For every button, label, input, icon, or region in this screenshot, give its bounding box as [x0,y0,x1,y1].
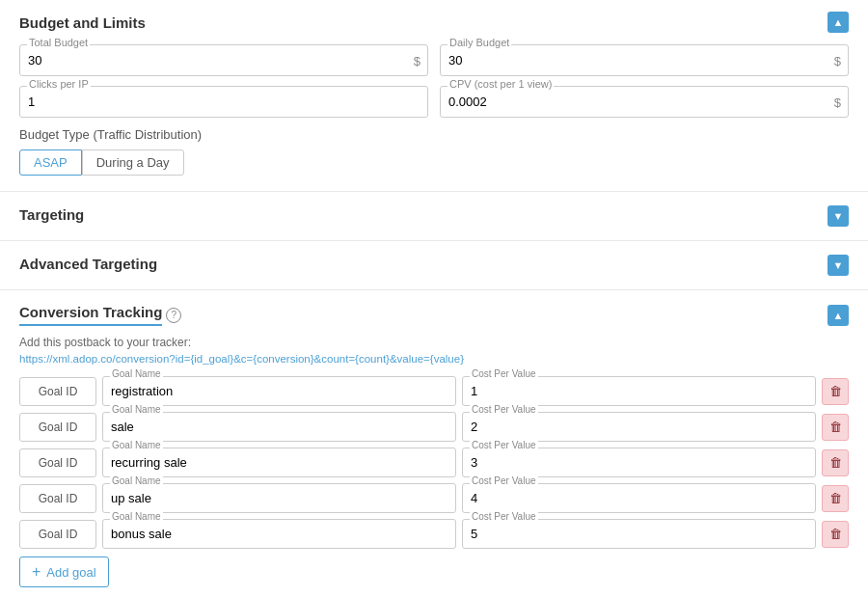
goal-name-label-2: Goal Name [110,404,163,415]
daily-budget-group: Daily Budget $ [440,44,849,76]
advanced-targeting-title: Advanced Targeting [19,256,157,276]
postback-url: https://xml.adop.co/conversion?id={id_go… [19,353,849,365]
goal-name-label-3: Goal Name [110,440,163,450]
cost-per-value-input-1[interactable] [462,376,816,406]
conversion-row-3: Goal ID Goal Name Cost Per Value 🗑 [19,448,849,477]
goal-name-group-3: Goal Name [102,448,456,477]
add-goal-plus-icon: + [32,563,41,581]
delete-btn-3[interactable]: 🗑 [822,449,849,476]
goal-name-input-4[interactable] [102,483,456,513]
total-budget-input[interactable] [19,44,428,76]
goal-name-group-2: Goal Name [102,412,456,442]
goal-name-label-4: Goal Name [110,475,163,486]
goal-name-input-5[interactable] [102,519,456,549]
conversion-header[interactable]: Conversion Tracking ? [19,304,849,326]
advanced-targeting-section: Advanced Targeting [0,241,868,290]
conversion-toggle[interactable] [827,305,849,326]
budget-header: Budget and Limits [19,12,849,33]
goal-name-group-5: Goal Name [102,519,456,549]
budget-type-asap[interactable]: ASAP [19,149,82,176]
targeting-title: Targeting [19,206,84,227]
help-icon[interactable]: ? [166,308,181,323]
conversion-row-2: Goal ID Goal Name Cost Per Value 🗑 [19,412,849,442]
advanced-targeting-toggle[interactable] [827,255,849,276]
budget-toggle[interactable] [827,12,849,33]
conversion-title: Conversion Tracking [19,304,162,326]
goal-name-input-2[interactable] [102,412,456,442]
clicks-per-ip-input[interactable] [19,86,428,118]
budget-type-group: ASAP During a Day [19,149,849,176]
conversion-row-1: Goal ID Goal Name Cost Per Value 🗑 [19,376,849,406]
cost-per-value-group-3: Cost Per Value [462,448,816,477]
daily-budget-label: Daily Budget [448,37,511,48]
clicks-per-ip-label: Clicks per IP [27,78,91,90]
cpv-group: CPV (cost per 1 view) $ [440,86,849,118]
page-wrapper: Budget and Limits Total Budget $ Daily B… [0,0,868,597]
total-budget-group: Total Budget $ [19,44,428,76]
clicks-per-ip-group: Clicks per IP [19,86,428,118]
cpv-label: CPV (cost per 1 view) [448,78,554,90]
goal-name-label-5: Goal Name [110,511,163,522]
goal-id-btn-4[interactable]: Goal ID [19,484,96,513]
cpv-input[interactable] [440,86,849,118]
delete-btn-1[interactable]: 🗑 [822,378,849,405]
cost-per-value-input-4[interactable] [462,483,816,513]
cost-per-value-group-1: Cost Per Value [462,376,816,406]
cost-per-value-input-2[interactable] [462,412,816,442]
goal-name-label-1: Goal Name [110,368,163,379]
budget-type-label: Budget Type (Traffic Distribution) [19,127,849,142]
total-budget-currency: $ [414,53,420,68]
add-goal-label: Add goal [46,565,95,580]
daily-budget-input[interactable] [440,44,849,76]
targeting-header[interactable]: Targeting [19,205,849,227]
total-budget-label: Total Budget [27,37,90,48]
cost-per-value-label-3: Cost Per Value [470,440,538,450]
cost-per-value-group-5: Cost Per Value [462,519,816,549]
conversion-row-5: Goal ID Goal Name Cost Per Value 🗑 [19,519,849,549]
advanced-targeting-header[interactable]: Advanced Targeting [19,255,849,276]
goal-name-group-1: Goal Name [102,376,456,406]
cpv-currency: $ [834,95,841,109]
budget-type-during-day[interactable]: During a Day [82,149,184,176]
cost-per-value-input-3[interactable] [462,448,816,477]
targeting-section: Targeting [0,192,868,241]
goal-name-input-1[interactable] [102,376,456,406]
budget-title: Budget and Limits [19,14,146,31]
cost-per-value-group-4: Cost Per Value [462,483,816,513]
postback-label: Add this postback to your tracker: [19,336,849,349]
goal-name-group-4: Goal Name [102,483,456,513]
goal-id-btn-2[interactable]: Goal ID [19,413,96,442]
conversion-title-group: Conversion Tracking ? [19,304,181,326]
budget-row-2: Clicks per IP CPV (cost per 1 view) $ [19,86,849,118]
add-goal-button[interactable]: + Add goal [19,556,109,587]
cost-per-value-label-5: Cost Per Value [470,511,538,522]
goal-id-btn-5[interactable]: Goal ID [19,520,96,549]
conversion-tracking-section: Conversion Tracking ? Add this postback … [0,290,868,597]
cost-per-value-input-5[interactable] [462,519,816,549]
budget-section: Budget and Limits Total Budget $ Daily B… [0,0,868,192]
budget-row-1: Total Budget $ Daily Budget $ [19,44,849,76]
daily-budget-currency: $ [834,53,841,68]
cost-per-value-label-2: Cost Per Value [470,404,538,415]
delete-btn-5[interactable]: 🗑 [822,521,849,548]
goal-id-btn-1[interactable]: Goal ID [19,377,96,406]
cost-per-value-label-1: Cost Per Value [470,368,538,379]
cost-per-value-label-4: Cost Per Value [470,475,538,486]
conversion-row-4: Goal ID Goal Name Cost Per Value 🗑 [19,483,849,513]
delete-btn-2[interactable]: 🗑 [822,414,849,441]
targeting-toggle[interactable] [827,205,849,227]
goal-name-input-3[interactable] [102,448,456,477]
goal-id-btn-3[interactable]: Goal ID [19,448,96,477]
delete-btn-4[interactable]: 🗑 [822,485,849,512]
cost-per-value-group-2: Cost Per Value [462,412,816,442]
